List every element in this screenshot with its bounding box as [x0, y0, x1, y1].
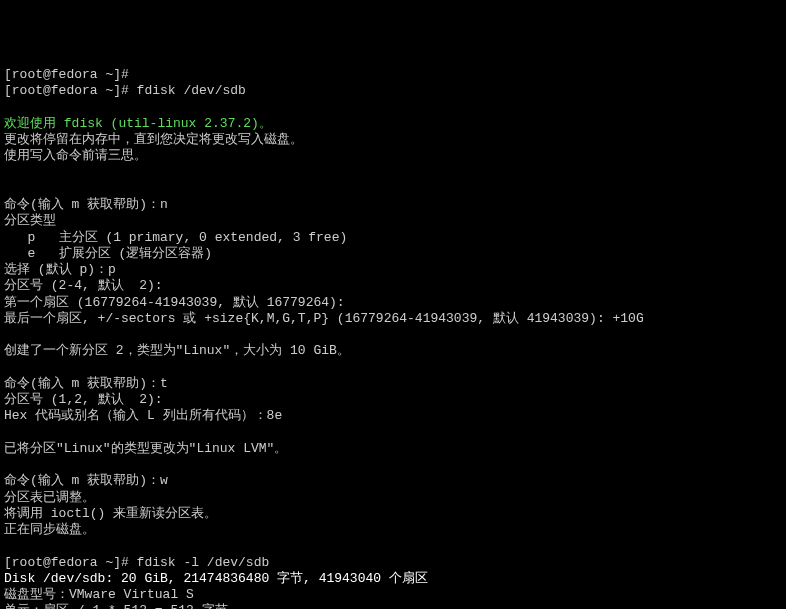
line: 最后一个扇区, +/-sectors 或 +size{K,M,G,T,P} (1…: [4, 311, 644, 326]
line: 选择 (默认 p)：p: [4, 262, 116, 277]
line: 更改将停留在内存中，直到您决定将更改写入磁盘。: [4, 132, 303, 147]
line: 命令(输入 m 获取帮助)：t: [4, 376, 168, 391]
line: p 主分区 (1 primary, 0 extended, 3 free): [4, 230, 347, 245]
line: 将调用 ioctl() 来重新读分区表。: [4, 506, 217, 521]
line: [root@fedora ~]# fdisk -l /dev/sdb: [4, 555, 269, 570]
line: 创建了一个新分区 2，类型为"Linux"，大小为 10 GiB。: [4, 343, 350, 358]
line: 磁盘型号：VMware Virtual S: [4, 587, 194, 602]
line: 单元：扇区 / 1 * 512 = 512 字节: [4, 603, 228, 609]
line: 分区表已调整。: [4, 490, 95, 505]
line: e 扩展分区 (逻辑分区容器): [4, 246, 212, 261]
line: [root@fedora ~]#: [4, 67, 129, 82]
line: 正在同步磁盘。: [4, 522, 95, 537]
line: 第一个扇区 (16779264-41943039, 默认 16779264):: [4, 295, 345, 310]
welcome-line: 欢迎使用 fdisk (util-linux 2.37.2)。: [4, 116, 272, 131]
line: 使用写入命令前请三思。: [4, 148, 147, 163]
line: 命令(输入 m 获取帮助)：n: [4, 197, 168, 212]
terminal[interactable]: [root@fedora ~]# [root@fedora ~]# fdisk …: [0, 65, 786, 609]
line: 分区号 (2-4, 默认 2):: [4, 278, 163, 293]
line: 已将分区"Linux"的类型更改为"Linux LVM"。: [4, 441, 287, 456]
line: 分区类型: [4, 213, 56, 228]
line: [root@fedora ~]# fdisk /dev/sdb: [4, 83, 246, 98]
disk-header-line: Disk /dev/sdb: 20 GiB, 21474836480 字节, 4…: [4, 571, 428, 586]
line: 分区号 (1,2, 默认 2):: [4, 392, 163, 407]
line: 命令(输入 m 获取帮助)：w: [4, 473, 168, 488]
line: Hex 代码或别名（输入 L 列出所有代码）：8e: [4, 408, 282, 423]
